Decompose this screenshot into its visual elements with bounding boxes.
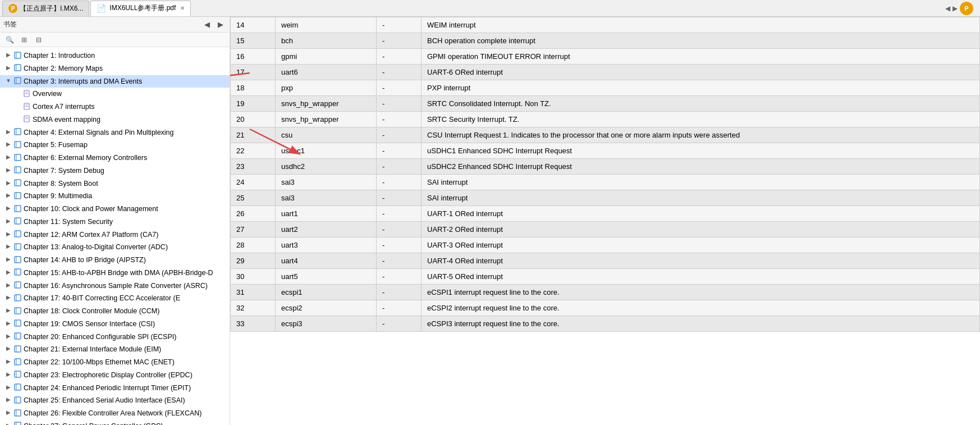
tab-nav-left[interactable]: ◀	[945, 4, 950, 12]
toc-expand-ch4[interactable]: ▶	[4, 127, 12, 136]
cell-desc: uSDHC1 Enhanced SDHC Interrupt Request	[422, 143, 980, 159]
toc-item-ch10[interactable]: ▶Chapter 10: Clock and Power Management	[0, 203, 230, 216]
toc-expand-ch25[interactable]: ▶	[4, 395, 12, 404]
sidebar-nav-next[interactable]: ▶	[215, 19, 226, 30]
cell-name: uart6	[276, 65, 377, 80]
toc-expand-ch11[interactable]: ▶	[4, 217, 12, 226]
toc-item-ch23[interactable]: ▶Chapter 23: Electrophoretic Display Con…	[0, 369, 230, 382]
cell-dash: -	[377, 33, 422, 49]
toc-item-ch5[interactable]: ▶Chapter 5: Fusemap	[0, 139, 230, 152]
toc-text-ch23: Chapter 23: Electrophoretic Display Cont…	[24, 370, 227, 381]
toc-item-ch13[interactable]: ▶Chapter 13: Analog-to-Digital Converter…	[0, 241, 230, 254]
cell-name: weim	[276, 17, 377, 33]
toc-item-ch26[interactable]: ▶Chapter 26: Flexible Controller Area Ne…	[0, 407, 230, 420]
cell-num: 29	[231, 253, 276, 269]
toc-item-ch22[interactable]: ▶Chapter 22: 10/100-Mbps Ethernet MAC (E…	[0, 356, 230, 369]
toc-icon-ch19	[13, 319, 21, 328]
cell-dash: -	[377, 127, 422, 143]
toc-expand-ch14[interactable]: ▶	[4, 255, 12, 264]
toc-icon-ch22	[13, 357, 21, 366]
toc-item-ch27[interactable]: ▶Chapter 27: General Power Controller (G…	[0, 420, 230, 425]
toc-text-ch14: Chapter 14: AHB to IP Bridge (AIPSTZ)	[24, 255, 227, 266]
toc-icon-ch1	[13, 51, 21, 60]
toc-expand-ch3-2[interactable]	[13, 102, 21, 111]
toc-text-ch3-1: Overview	[33, 89, 227, 99]
toc-expand-ch3-1[interactable]	[13, 89, 21, 98]
toc-item-ch25[interactable]: ▶Chapter 25: Enhanced Serial Audio Inter…	[0, 394, 230, 407]
cell-dash: -	[377, 65, 422, 80]
content-area[interactable]: 14weim-WEIM interrupt15bch-BCH operation…	[230, 17, 980, 425]
toc-item-ch12[interactable]: ▶Chapter 12: ARM Cortex A7 Platform (CA7…	[0, 229, 230, 241]
tab-nav-right[interactable]: ▶	[952, 4, 958, 12]
toc-expand-ch18[interactable]: ▶	[4, 306, 12, 315]
toc-item-ch14[interactable]: ▶Chapter 14: AHB to IP Bridge (AIPSTZ)	[0, 254, 230, 267]
toc-expand-ch27[interactable]: ▶	[4, 421, 12, 425]
toc-expand-ch15[interactable]: ▶	[4, 268, 12, 277]
toc-item-ch3-3[interactable]: SDMA event mapping	[0, 113, 230, 126]
toc-expand-ch21[interactable]: ▶	[4, 344, 12, 353]
toc-expand-ch24[interactable]: ▶	[4, 383, 12, 392]
toc-expand-ch6[interactable]: ▶	[4, 153, 12, 162]
toc-item-ch3-1[interactable]: Overview	[0, 88, 230, 100]
toc-expand-ch9[interactable]: ▶	[4, 191, 12, 200]
toc-item-ch8[interactable]: ▶Chapter 8: System Boot	[0, 177, 230, 190]
table-row: 20snvs_hp_wrapper-SRTC Security Interrup…	[231, 112, 980, 127]
toc-expand-ch23[interactable]: ▶	[4, 370, 12, 379]
toc-item-ch2[interactable]: ▶Chapter 2: Memory Maps	[0, 62, 230, 75]
tab2-close-button[interactable]: ✕	[180, 5, 185, 11]
toc-expand-ch22[interactable]: ▶	[4, 357, 12, 366]
toc-item-ch4[interactable]: ▶Chapter 4: External Signals and Pin Mul…	[0, 126, 230, 139]
svg-rect-43	[15, 308, 21, 314]
toc-expand-ch26[interactable]: ▶	[4, 408, 12, 417]
toc-item-ch7[interactable]: ▶Chapter 7: System Debug	[0, 164, 230, 177]
toc-expand-ch17[interactable]: ▶	[4, 293, 12, 302]
toc-item-ch6[interactable]: ▶Chapter 6: External Memory Controllers	[0, 152, 230, 164]
toc-text-ch26: Chapter 26: Flexible Controller Area Net…	[24, 408, 227, 419]
toc-expand-ch3-3[interactable]	[13, 115, 21, 124]
toc-item-ch15[interactable]: ▶Chapter 15: AHB-to-APBH Bridge with DMA…	[0, 267, 230, 280]
toc-expand-ch1[interactable]: ▶	[4, 51, 12, 60]
toc-expand-ch3[interactable]: ▼	[4, 76, 12, 85]
toc-item-ch11[interactable]: ▶Chapter 11: System Security	[0, 216, 230, 229]
svg-rect-23	[15, 180, 21, 186]
toc-expand-ch12[interactable]: ▶	[4, 230, 12, 239]
toc-expand-ch8[interactable]: ▶	[4, 179, 12, 188]
toc-item-ch3[interactable]: ▼Chapter 3: Interrupts and DMA Events	[0, 75, 230, 88]
toc-expand-ch16[interactable]: ▶	[4, 281, 12, 290]
tab-1[interactable]: P 【正点原子】I.MX6...	[2, 1, 89, 16]
sidebar-nav-prev[interactable]: ◀	[202, 19, 213, 30]
toc-item-ch16[interactable]: ▶Chapter 16: Asynchronous Sample Rate Co…	[0, 280, 230, 293]
toc-expand-ch2[interactable]: ▶	[4, 63, 12, 72]
svg-rect-4	[15, 77, 21, 84]
toc-expand-ch7[interactable]: ▶	[4, 166, 12, 175]
toc-expand-ch19[interactable]: ▶	[4, 319, 12, 328]
svg-rect-17	[15, 141, 21, 148]
toc-item-ch1[interactable]: ▶Chapter 1: Introduction	[0, 49, 230, 62]
toc-item-ch3-2[interactable]: Cortex A7 interrupts	[0, 100, 230, 113]
toc-item-ch24[interactable]: ▶Chapter 24: Enhanced Periodic Interrupt…	[0, 382, 230, 395]
toc-text-ch2: Chapter 2: Memory Maps	[24, 63, 227, 74]
toc-item-ch17[interactable]: ▶Chapter 17: 40-BIT Correcting ECC Accel…	[0, 292, 230, 305]
toc-expand-ch5[interactable]: ▶	[4, 140, 12, 149]
tab-2[interactable]: 📄 IMX6ULL参考手册.pdf ✕	[90, 1, 191, 16]
sidebar-tool-expand[interactable]: ⊞	[18, 34, 30, 46]
toc-text-ch19: Chapter 19: CMOS Sensor Interface (CSI)	[24, 319, 227, 330]
cell-dash: -	[377, 206, 422, 222]
cell-desc: SRTC Consolidated Interrupt. Non TZ.	[422, 96, 980, 112]
toc-item-ch21[interactable]: ▶Chapter 21: External Interface Module (…	[0, 343, 230, 356]
cell-num: 16	[231, 49, 276, 65]
toc-expand-ch10[interactable]: ▶	[4, 204, 12, 213]
toc-expand-ch20[interactable]: ▶	[4, 332, 12, 341]
toc-item-ch18[interactable]: ▶Chapter 18: Clock Controller Module (CC…	[0, 305, 230, 318]
sidebar-header-icons: ◀ ▶	[202, 19, 226, 30]
cell-desc: WEIM interrupt	[422, 17, 980, 33]
cell-dash: -	[377, 285, 422, 300]
toc-item-ch19[interactable]: ▶Chapter 19: CMOS Sensor Interface (CSI)	[0, 318, 230, 331]
toc-item-ch20[interactable]: ▶Chapter 20: Enhanced Configurable SPI (…	[0, 331, 230, 344]
sidebar-tool-collapse[interactable]: ⊟	[33, 34, 45, 46]
toc-expand-ch13[interactable]: ▶	[4, 242, 12, 251]
sidebar-tool-search[interactable]: 🔍	[3, 34, 16, 46]
toc-item-ch9[interactable]: ▶Chapter 9: Multimedia	[0, 190, 230, 203]
svg-rect-33	[15, 244, 21, 250]
cell-desc: eCSPI3 interrupt request line to the cor…	[422, 316, 980, 332]
